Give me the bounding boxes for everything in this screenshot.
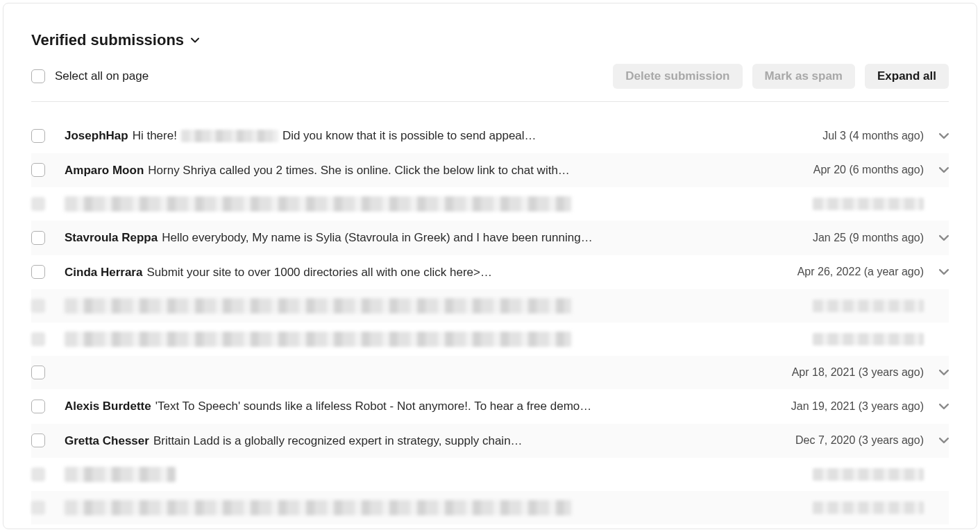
delete-submission-button[interactable]: Delete submission xyxy=(613,64,742,89)
submissions-panel: Verified submissions Select all on page … xyxy=(3,3,977,529)
mark-as-spam-button[interactable]: Mark as spam xyxy=(752,64,855,89)
row-checkbox[interactable] xyxy=(31,163,45,177)
redacted-content xyxy=(65,500,571,515)
row-checkbox[interactable] xyxy=(31,265,45,279)
row-checkbox[interactable] xyxy=(31,366,45,379)
message-preview: Hello everybody, My name is Sylia (Stavr… xyxy=(162,229,593,247)
submission-row[interactable]: AnthonyvexHi!Do you know the simplest wa… xyxy=(31,524,949,529)
row-content: Cinda HerraraSubmit your site to over 10… xyxy=(65,264,788,282)
submission-row[interactable]: Cinda HerraraSubmit your site to over 10… xyxy=(31,255,949,290)
submission-row[interactable] xyxy=(31,491,949,524)
sender-name: Alexis Burdette xyxy=(65,397,151,415)
submission-date: Dec 7, 2020 (3 years ago) xyxy=(795,432,924,449)
redacted-checkbox xyxy=(31,299,45,313)
row-checkbox[interactable] xyxy=(31,231,45,245)
redacted-content xyxy=(65,467,176,482)
submission-date: Jul 3 (4 months ago) xyxy=(822,128,924,144)
sender-name: JosephHap xyxy=(65,127,128,145)
redacted-checkbox xyxy=(31,332,45,346)
submission-date: Jan 25 (9 months ago) xyxy=(813,230,924,246)
row-checkbox[interactable] xyxy=(31,434,45,447)
row-content: Stavroula ReppaHello everybody, My name … xyxy=(65,229,803,247)
submission-row[interactable]: Gretta ChesserBrittain Ladd is a globall… xyxy=(31,424,949,458)
page-title: Verified submissions xyxy=(31,28,184,51)
sender-name: Amparo Moon xyxy=(65,162,144,180)
sender-name: Gretta Chesser xyxy=(65,432,149,450)
redacted-content xyxy=(65,298,571,314)
submission-date: Apr 20 (6 months ago) xyxy=(813,162,924,178)
message-preview: 'Text To Speech' sounds like a lifeless … xyxy=(155,397,592,415)
submission-row[interactable] xyxy=(31,323,949,356)
select-all-checkbox[interactable] xyxy=(31,69,45,83)
header: Verified submissions xyxy=(31,28,949,51)
toolbar-right: Delete submission Mark as spam Expand al… xyxy=(613,64,949,89)
submission-row[interactable]: JosephHapHi there!Did you know that it i… xyxy=(31,119,949,153)
redacted-date xyxy=(813,198,924,210)
submission-row[interactable] xyxy=(31,458,949,491)
chevron-down-icon[interactable] xyxy=(939,267,949,277)
toolbar-left: Select all on page xyxy=(31,67,149,85)
chevron-down-icon[interactable] xyxy=(939,368,949,377)
redacted-checkbox xyxy=(31,467,45,481)
redacted-date xyxy=(813,333,924,345)
row-checkbox[interactable] xyxy=(31,400,45,413)
submission-list: JosephHapHi there!Did you know that it i… xyxy=(31,119,949,529)
redacted-content xyxy=(65,332,571,347)
submission-row[interactable]: Stavroula ReppaHello everybody, My name … xyxy=(31,221,949,255)
sender-name: Stavroula Reppa xyxy=(65,229,158,247)
row-content: Amparo MoonHorny Shriya called you 2 tim… xyxy=(65,162,804,180)
redacted-date xyxy=(813,468,924,481)
submission-row[interactable]: Apr 18, 2021 (3 years ago) xyxy=(31,356,949,389)
row-content: JosephHapHi there!Did you know that it i… xyxy=(65,127,813,145)
submission-date: Jan 19, 2021 (3 years ago) xyxy=(791,398,924,415)
select-all-label: Select all on page xyxy=(55,67,149,85)
redacted-checkbox xyxy=(31,501,45,515)
message-preview: Did you know that it is possible to send… xyxy=(282,127,537,145)
message-preview: Horny Shriya called you 2 times. She is … xyxy=(148,162,570,180)
chevron-down-icon[interactable] xyxy=(939,165,949,175)
redacted-date xyxy=(813,300,924,312)
row-content: Alexis Burdette'Text To Speech' sounds l… xyxy=(65,397,782,415)
submission-row[interactable]: Amparo MoonHorny Shriya called you 2 tim… xyxy=(31,153,949,188)
redacted-inline xyxy=(181,130,278,142)
message-preview: Brittain Ladd is a globally recognized e… xyxy=(153,432,523,450)
chevron-down-icon[interactable] xyxy=(939,131,949,141)
sender-name: Cinda Herrara xyxy=(65,264,142,282)
chevron-down-icon[interactable] xyxy=(939,436,949,445)
title-dropdown-toggle[interactable] xyxy=(191,36,199,44)
chevron-down-icon[interactable] xyxy=(939,233,949,243)
message-preview: Submit your site to over 1000 directorie… xyxy=(146,264,491,282)
toolbar: Select all on page Delete submission Mar… xyxy=(31,64,949,102)
submission-date: Apr 26, 2022 (a year ago) xyxy=(797,264,924,280)
row-checkbox[interactable] xyxy=(31,129,45,143)
redacted-checkbox xyxy=(31,197,45,211)
redacted-content xyxy=(65,196,571,212)
expand-all-button[interactable]: Expand all xyxy=(865,64,949,89)
row-content: Gretta ChesserBrittain Ladd is a globall… xyxy=(65,432,786,450)
message-preview: Hi there! xyxy=(133,127,177,145)
submission-row[interactable] xyxy=(31,187,949,221)
redacted-date xyxy=(813,501,924,514)
submission-row[interactable]: Alexis Burdette'Text To Speech' sounds l… xyxy=(31,389,949,424)
submission-row[interactable] xyxy=(31,289,949,323)
submission-date: Apr 18, 2021 (3 years ago) xyxy=(792,364,924,381)
chevron-down-icon[interactable] xyxy=(939,402,949,411)
